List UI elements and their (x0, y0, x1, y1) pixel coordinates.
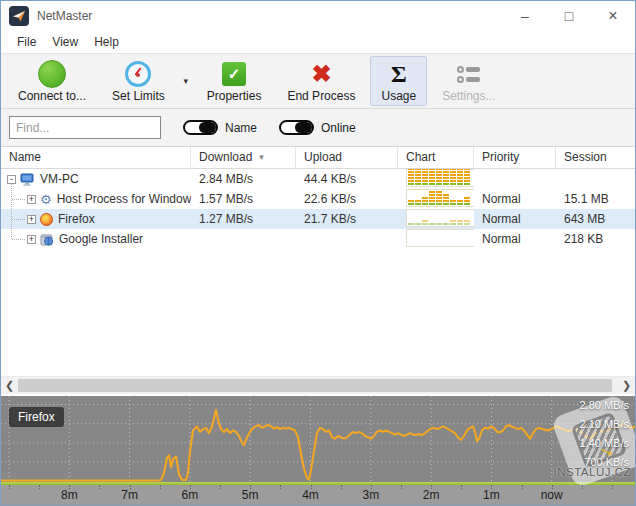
app-icon (9, 6, 29, 26)
column-header-chart[interactable]: Chart (398, 147, 474, 168)
settings-label: Settings... (442, 89, 495, 103)
expand-icon[interactable]: + (27, 215, 36, 224)
scrollbar-thumb[interactable] (18, 379, 612, 392)
y-axis-tick-label: 1.40 MB/s (559, 437, 629, 449)
x-axis-strip: 8m7m6m5m4m3m2m1mnow (1, 485, 635, 505)
column-header-session[interactable]: Session (556, 147, 635, 168)
properties-button[interactable]: ✓ Properties (196, 56, 273, 106)
toggle-knob (199, 122, 216, 133)
column-header-priority[interactable]: Priority (474, 147, 556, 168)
toggle-knob (295, 122, 312, 133)
x-axis-tick-label: 5m (230, 488, 270, 502)
name-toggle[interactable] (183, 120, 218, 135)
expand-icon[interactable]: + (27, 235, 36, 244)
x-axis-tick-label: 2m (411, 488, 451, 502)
scroll-left-icon[interactable]: ❮ (1, 377, 18, 394)
y-axis-tick-label: 700 KB/s (559, 456, 629, 468)
x-axis-tick (401, 485, 402, 489)
table-row-google-installer[interactable]: + Google Installer Normal 218 KB (1, 229, 635, 249)
set-limits-button[interactable]: Set Limits (101, 56, 176, 106)
x-axis-tick-label: now (532, 488, 572, 502)
x-axis-tick-label: 8m (49, 488, 89, 502)
name-toggle-label: Name (225, 121, 257, 135)
end-process-button[interactable]: ✖ End Process (276, 56, 366, 106)
window-title: NetMaster (37, 9, 503, 23)
maximize-button[interactable]: □ (547, 1, 591, 31)
x-axis-tick-label: 7m (110, 488, 150, 502)
collapse-icon[interactable]: - (7, 175, 16, 184)
column-header-name[interactable]: Name (1, 147, 191, 168)
menubar: File View Help (1, 31, 635, 53)
x-axis-tick (99, 485, 100, 489)
minimize-button[interactable]: – (503, 1, 547, 31)
check-icon: ✓ (222, 62, 246, 86)
menu-file[interactable]: File (9, 35, 44, 49)
x-axis-tick (522, 485, 523, 489)
session-value: 15.1 MB (556, 189, 635, 209)
menu-view[interactable]: View (44, 35, 86, 49)
computer-icon (20, 173, 35, 186)
app-window: NetMaster – □ × File View Help Connect t… (0, 0, 636, 506)
priority-value: Normal (474, 189, 556, 209)
x-axis-tick-label: 4m (291, 488, 331, 502)
traffic-sparkline (406, 189, 474, 207)
set-limits-dropdown-arrow-icon[interactable]: ▾ (178, 56, 194, 106)
usage-button[interactable]: Σ Usage (370, 56, 427, 106)
download-value: 2.84 MB/s (191, 169, 296, 189)
connect-label: Connect to... (18, 89, 86, 103)
find-input[interactable] (9, 116, 161, 139)
online-toggle[interactable] (279, 120, 314, 135)
x-axis-tick (220, 485, 221, 489)
close-button[interactable]: × (591, 1, 635, 31)
expand-icon[interactable]: + (27, 195, 36, 204)
table-header: Name Download▼ Upload Chart Priority Ses… (1, 147, 635, 169)
upload-value (296, 229, 398, 249)
online-toggle-label: Online (321, 121, 356, 135)
traffic-sparkline (406, 209, 474, 227)
properties-label: Properties (207, 89, 262, 103)
x-axis-tick (461, 485, 462, 489)
upload-value: 44.4 KB/s (296, 169, 398, 189)
x-axis-tick (9, 485, 10, 489)
traffic-sparkline (406, 229, 474, 247)
horizontal-scrollbar[interactable]: ❮ ❯ (1, 376, 635, 394)
x-axis-tick-label: 1m (471, 488, 511, 502)
session-value: 218 KB (556, 229, 635, 249)
session-value (556, 169, 635, 189)
x-axis-tick-label: 3m (351, 488, 391, 502)
column-header-upload[interactable]: Upload (296, 147, 398, 168)
filterbar: Name Online (1, 109, 635, 147)
process-name: Firefox (58, 209, 95, 229)
usage-label: Usage (381, 89, 416, 103)
process-table: Name Download▼ Upload Chart Priority Ses… (1, 147, 635, 376)
chart-series-label: Firefox (9, 407, 64, 427)
y-axis-tick-label: 2.80 MB/s (559, 399, 629, 411)
table-row-firefox[interactable]: + Firefox 1.27 MB/s 21.7 KB/s Normal 643… (1, 209, 635, 229)
traffic-sparkline (406, 169, 474, 187)
toolbar: Connect to... Set Limits ▾ ✓ Properties … (1, 53, 635, 109)
end-process-label: End Process (287, 89, 355, 103)
table-row-host-process[interactable]: + ⚙ Host Process for Windows ... 1.57 MB… (1, 189, 635, 209)
download-value: 1.27 MB/s (191, 209, 296, 229)
x-axis-tick (341, 485, 342, 489)
y-axis-tick-label: 2.10 MB/s (559, 418, 629, 430)
cross-icon: ✖ (311, 62, 331, 86)
process-name: VM-PC (40, 169, 79, 189)
connect-button[interactable]: Connect to... (7, 56, 97, 106)
table-row-vm-pc[interactable]: - VM-PC 2.84 MB/s 44.4 KB/s (1, 169, 635, 189)
titlebar: NetMaster – □ × (1, 1, 635, 31)
x-axis-tick-label: 6m (170, 488, 210, 502)
upload-value: 21.7 KB/s (296, 209, 398, 229)
connect-icon (38, 60, 66, 88)
priority-value: Normal (474, 209, 556, 229)
download-value: 1.57 MB/s (191, 189, 296, 209)
table-body: - VM-PC 2.84 MB/s 44.4 KB/s + ⚙ Host Pro… (1, 169, 635, 249)
menu-help[interactable]: Help (86, 35, 127, 49)
process-name: Host Process for Windows ... (57, 189, 191, 209)
process-name: Google Installer (59, 229, 143, 249)
scroll-right-icon[interactable]: ❯ (618, 377, 635, 394)
column-header-download[interactable]: Download▼ (191, 147, 296, 168)
download-value (191, 229, 296, 249)
traffic-history-chart: Firefox 2.80 MB/s2.10 MB/s1.40 MB/s700 K… (1, 394, 635, 505)
x-axis-tick (280, 485, 281, 489)
